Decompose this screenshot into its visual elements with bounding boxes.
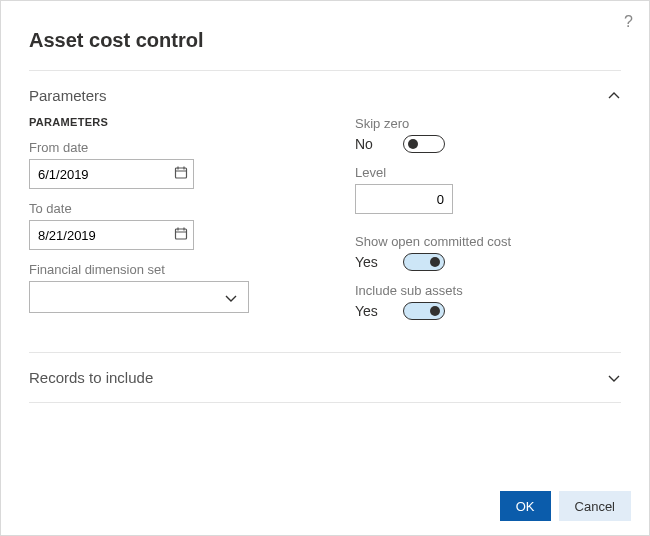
- to-date-label: To date: [29, 201, 295, 216]
- from-date-label: From date: [29, 140, 295, 155]
- dialog-footer: OK Cancel: [500, 491, 631, 521]
- open-cost-toggle[interactable]: [403, 253, 445, 271]
- section-records-title: Records to include: [29, 369, 153, 386]
- parameters-body: PARAMETERS From date To date Financial d…: [1, 116, 649, 352]
- sub-assets-value: Yes: [355, 303, 383, 319]
- fds-label: Financial dimension set: [29, 262, 295, 277]
- svg-rect-0: [176, 168, 187, 178]
- cancel-button[interactable]: Cancel: [559, 491, 631, 521]
- level-input[interactable]: [355, 184, 453, 214]
- chevron-down-icon: [224, 291, 238, 305]
- calendar-icon[interactable]: [174, 227, 188, 244]
- to-date-input[interactable]: [29, 220, 194, 250]
- from-date-input[interactable]: [29, 159, 194, 189]
- help-icon[interactable]: ?: [624, 13, 633, 31]
- sub-assets-label: Include sub assets: [355, 283, 621, 298]
- open-cost-label: Show open committed cost: [355, 234, 621, 249]
- svg-rect-4: [176, 229, 187, 239]
- parameters-subheading: PARAMETERS: [29, 116, 295, 128]
- section-parameters-header[interactable]: Parameters: [1, 71, 649, 116]
- skip-zero-label: Skip zero: [355, 116, 621, 131]
- sub-assets-toggle[interactable]: [403, 302, 445, 320]
- right-column: Skip zero No Level Show open committed c…: [355, 116, 621, 332]
- section-records-header[interactable]: Records to include: [1, 353, 649, 402]
- calendar-icon[interactable]: [174, 166, 188, 183]
- ok-button[interactable]: OK: [500, 491, 551, 521]
- chevron-up-icon: [607, 89, 621, 103]
- skip-zero-toggle[interactable]: [403, 135, 445, 153]
- level-label: Level: [355, 165, 621, 180]
- fds-dropdown[interactable]: [29, 281, 249, 313]
- dialog-title: Asset cost control: [1, 1, 649, 70]
- chevron-down-icon: [607, 371, 621, 385]
- open-cost-value: Yes: [355, 254, 383, 270]
- divider: [29, 402, 621, 403]
- left-column: PARAMETERS From date To date Financial d…: [29, 116, 295, 332]
- skip-zero-value: No: [355, 136, 383, 152]
- section-parameters-title: Parameters: [29, 87, 107, 104]
